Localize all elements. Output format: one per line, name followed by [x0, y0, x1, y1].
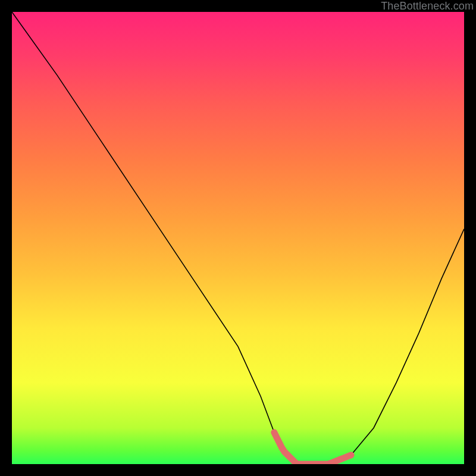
attribution-text: TheBottleneck.com	[381, 0, 474, 12]
chart-container: TheBottleneck.com	[0, 0, 476, 476]
chart-svg	[12, 12, 464, 464]
plot-area	[12, 12, 464, 464]
bottleneck-curve	[12, 12, 464, 464]
optimal-region-marker	[274, 433, 351, 464]
